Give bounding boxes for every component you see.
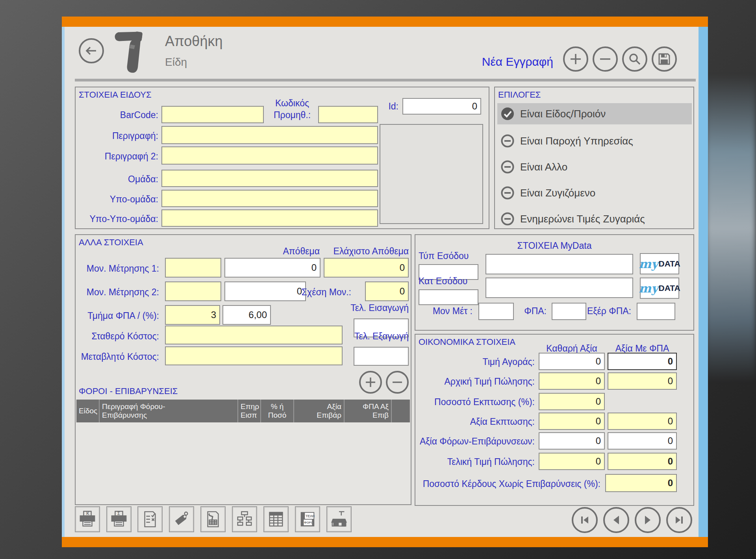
income-category-code-input[interactable]	[419, 289, 478, 305]
taxes-value-net-input[interactable]	[539, 432, 605, 450]
tax-col-percent-line1: % ή	[263, 402, 291, 411]
stock-header: Απόθεμα	[253, 246, 320, 257]
cash-register-button[interactable]	[326, 506, 352, 532]
mydata-category-button[interactable]: myDATA	[640, 278, 679, 299]
previous-record-icon	[610, 513, 623, 527]
unit1-input[interactable]	[165, 258, 221, 278]
taxes-value-vat-input[interactable]	[608, 432, 677, 450]
vat-percent-input[interactable]	[222, 305, 271, 325]
subgroup-label: Υπο-ομάδα:	[76, 194, 158, 205]
back-button[interactable]	[79, 38, 104, 63]
mydata-group: ΣΤΟΙΧΕΙΑ MyData Τύπ Εσόδου myDATA Κατ Εσ…	[415, 234, 694, 331]
price-tag-button[interactable]	[169, 506, 194, 532]
tax-col-description-line1: Περιγραφή Φόρου-	[102, 402, 235, 411]
id-input[interactable]	[402, 98, 481, 115]
checklist-button[interactable]	[137, 506, 163, 532]
previous-record-button[interactable]	[603, 507, 629, 533]
mydata-vat-input[interactable]	[552, 303, 586, 320]
mydata-vat-label: ΦΠΑ:	[516, 306, 547, 317]
record-status-label: Νέα Εγγραφή	[463, 55, 553, 68]
stock1-input[interactable]	[224, 258, 321, 278]
subsubgroup-label: Υπο-Υπο-ομάδα:	[76, 214, 158, 224]
subgroup-input[interactable]	[161, 190, 378, 207]
options-group: ΕΠΙΛΟΓΕΣ Είναι Είδος/Προιόν Είναι Παροχή…	[494, 87, 694, 229]
table-grid-icon	[267, 510, 285, 528]
delete-record-button[interactable]	[593, 46, 618, 72]
option-is-other[interactable]: Είναι Αλλο	[497, 158, 692, 176]
mydata-logo-my: my	[639, 257, 658, 271]
stock2-input[interactable]	[224, 281, 306, 301]
header-divider	[75, 79, 696, 81]
add-record-button[interactable]	[563, 46, 588, 72]
next-record-icon	[641, 513, 654, 527]
remove-tax-button[interactable]	[386, 371, 409, 394]
option-is-weighed[interactable]: Είναι Ζυγιζόμενο	[497, 184, 692, 202]
income-category-descr-input[interactable]	[485, 278, 633, 298]
barcode-document-icon	[204, 510, 222, 528]
last-export-input[interactable]	[354, 347, 409, 366]
purchase-price-net-input[interactable]	[539, 353, 605, 370]
hierarchy-button[interactable]	[232, 506, 257, 532]
supplier-code-input[interactable]	[318, 106, 378, 123]
profit-percent-input[interactable]	[605, 474, 677, 492]
unit2-input[interactable]	[165, 281, 221, 301]
save-button[interactable]	[652, 46, 677, 72]
income-type-descr-input[interactable]	[485, 254, 633, 274]
print-totals-button[interactable]: Σ	[106, 506, 132, 532]
discount-value-net-input[interactable]	[539, 413, 605, 430]
tax-col-percent-line2: Ποσό	[263, 411, 291, 420]
financials-title: ΟΙΚΟΝΟΜΙΚΑ ΣΤΟΙΧΕΙΑ	[419, 337, 515, 347]
add-tax-button[interactable]	[359, 371, 382, 394]
final-sale-price-vat-input[interactable]	[608, 453, 677, 470]
mydata-vat-exempt-input[interactable]	[637, 303, 675, 320]
unit-relation-input[interactable]	[365, 281, 409, 301]
initial-sale-price-label: Αρχική Τιμή Πώλησης:	[415, 376, 535, 387]
window-top-accent-bar	[62, 17, 708, 27]
barcode-input[interactable]	[161, 106, 264, 123]
taxes-fees-button[interactable]: ΤΕΛΗ ΦΟΡΟΙ	[295, 506, 320, 532]
taxes-title: ΦΟΡΟΙ - ΕΠΙΒΑΡΥΝΣΕΙΣ	[79, 386, 178, 396]
mydata-type-button[interactable]: myDATA	[640, 253, 679, 274]
print-codes-button[interactable]: K	[75, 506, 100, 532]
option-is-service[interactable]: Είναι Παροχή Υπηρεσίας	[497, 132, 692, 150]
description-input[interactable]	[161, 126, 378, 144]
option-is-product[interactable]: Είναι Είδος/Προιόν	[497, 103, 692, 124]
subsubgroup-input[interactable]	[161, 209, 378, 227]
tax-col-vat-line1: ΦΠΑ Αξ	[347, 402, 389, 411]
last-record-button[interactable]	[666, 507, 692, 533]
financials-group: ΟΙΚΟΝΟΜΙΚΑ ΣΤΟΙΧΕΙΑ Καθαρή Αξία Αξία Με …	[415, 334, 694, 506]
minus-circle-icon	[500, 134, 515, 148]
page-subtitle: Είδη	[165, 56, 187, 68]
discount-value-vat-input[interactable]	[608, 413, 677, 430]
minus-circle-icon	[500, 212, 515, 226]
search-button[interactable]	[622, 46, 647, 72]
vat-dept-input[interactable]	[165, 305, 220, 325]
vat-dept-label: Τμήμα ΦΠΑ / (%):	[76, 311, 159, 321]
item-image-box[interactable]	[380, 124, 483, 224]
last-export-label: Τελ. Εξαγωγή	[328, 331, 409, 342]
discount-percent-input[interactable]	[539, 393, 605, 410]
description2-input[interactable]	[161, 146, 378, 165]
next-record-button[interactable]	[635, 507, 661, 533]
min-stock-input[interactable]	[324, 258, 409, 278]
mydata-unit-input[interactable]	[478, 303, 514, 320]
barcode-document-button[interactable]	[200, 506, 226, 532]
final-sale-price-net-input[interactable]	[539, 453, 605, 470]
group-input[interactable]	[161, 170, 378, 187]
initial-sale-price-vat-input[interactable]	[608, 372, 677, 390]
id-label: Id:	[379, 101, 398, 112]
purchase-price-vat-input[interactable]	[608, 353, 677, 370]
table-grid-button[interactable]	[263, 506, 289, 532]
option-label: Ενημερώνει Τιμές Ζυγαριάς	[520, 213, 645, 225]
initial-sale-price-net-input[interactable]	[539, 372, 605, 390]
window-left-edge	[62, 27, 65, 537]
option-updates-scale-prices[interactable]: Ενημερώνει Τιμές Ζυγαριάς	[497, 210, 692, 228]
taxes-value-label: Αξία Φόρων-Επιβάρυνσεων:	[415, 436, 535, 447]
first-record-button[interactable]	[572, 507, 598, 533]
taxes-table-body[interactable]	[76, 422, 410, 503]
fixed-cost-input[interactable]	[165, 326, 343, 344]
checklist-icon	[141, 510, 159, 528]
tax-col-value-line1: Αξία	[296, 402, 341, 411]
variable-cost-label: Μεταβλητό Κόστος:	[76, 352, 159, 362]
variable-cost-input[interactable]	[165, 346, 343, 365]
